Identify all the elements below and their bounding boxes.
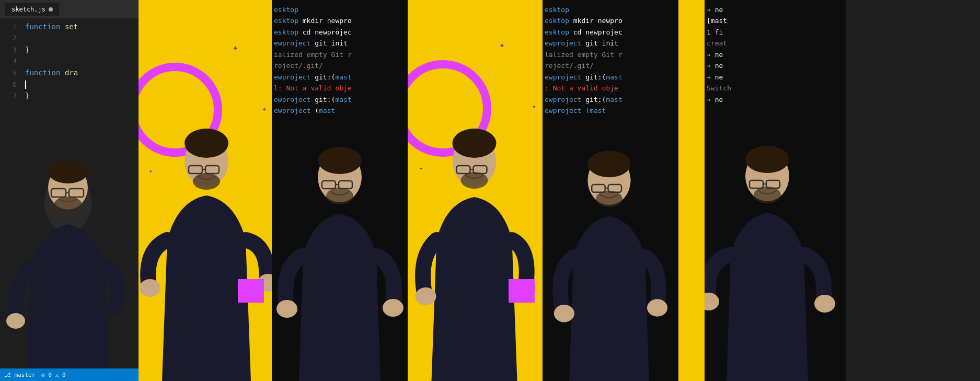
line-number: 7 — [4, 92, 17, 100]
svg-point-23 — [383, 299, 403, 317]
git-branch: ⎇ master — [4, 372, 35, 378]
term-line-t2-4: ewproject git init — [545, 38, 676, 49]
term-line-last-4: creat — [707, 38, 844, 49]
term-line-t2-8: : Not a valid obje — [545, 83, 676, 94]
term-line-last-1: → ne — [707, 4, 844, 15]
svg-point-39 — [647, 299, 667, 316]
yellow-background-3 — [678, 0, 705, 381]
line-number: 6 — [4, 80, 17, 88]
error-count: ⊘ 0 ⚠ 0 — [41, 372, 65, 378]
tab-sketch-js[interactable]: sketch.js — [5, 3, 59, 16]
term-line-last-7: → ne — [707, 72, 844, 83]
code-line-1: 1 function set — [0, 22, 139, 34]
tab-modified-dot — [49, 7, 53, 11]
svg-point-13 — [193, 173, 220, 190]
status-bar: ⎇ master ⊘ 0 ⚠ 0 — [0, 368, 139, 381]
code-text: function set — [25, 22, 78, 31]
person-figure-last — [705, 130, 846, 381]
term-line-last-6: → ne — [707, 60, 844, 71]
svg-point-22 — [276, 300, 297, 318]
svg-point-2 — [48, 161, 88, 183]
term-line-t2-2: esktop mkdir newpro — [545, 15, 676, 26]
code-text — [25, 80, 26, 89]
line-number: 3 — [4, 46, 17, 54]
svg-point-37 — [596, 191, 622, 207]
video-panel-2: ✦ ✦ ✦ — [408, 0, 543, 381]
text-cursor — [25, 80, 26, 89]
line-number: 1 — [4, 23, 17, 31]
term-line-4: ewproject git init — [274, 38, 406, 49]
function-name: set — [65, 22, 78, 31]
term-line-t2-10: ewproject (mast — [545, 105, 676, 116]
terminal-panel-last: → ne [mast 1 fi creat → ne → ne → ne Swi… — [705, 0, 846, 381]
tab-bar: sketch.js — [0, 0, 139, 18]
code-text: function dra — [25, 68, 78, 77]
svg-point-47 — [814, 295, 835, 313]
term-line-3: esktop cd newprojec — [274, 27, 406, 38]
svg-point-33 — [587, 151, 630, 177]
code-text: } — [25, 91, 29, 100]
video-panel-1: ✦ ✦ ✦ — [139, 0, 272, 381]
svg-point-45 — [754, 187, 781, 203]
svg-point-31 — [515, 279, 536, 297]
svg-point-14 — [140, 279, 160, 297]
term-line-6: roject/.git/ — [274, 60, 406, 71]
svg-point-7 — [6, 313, 25, 329]
terminal-content-last: → ne [mast 1 fi creat → ne → ne → ne Swi… — [705, 0, 846, 109]
code-line-7: 7 } — [0, 91, 139, 103]
term-line-2: esktop mkdir newpro — [274, 15, 406, 26]
code-editor-panel: sketch.js 1 function set 2 3 } 4 — [0, 0, 139, 381]
term-line-8: l: Not a valid obje — [274, 83, 406, 94]
svg-point-21 — [326, 188, 353, 204]
code-line-3: 3 } — [0, 45, 139, 57]
term-line-9: ewproject git:(mast — [274, 94, 406, 105]
main-layout: sketch.js 1 function set 2 3 } 4 — [0, 0, 980, 381]
keyword-function: function — [25, 68, 60, 77]
tab-label: sketch.js — [11, 6, 45, 13]
person-figure-code — [0, 161, 139, 381]
svg-point-9 — [185, 129, 228, 158]
svg-point-46 — [705, 293, 719, 310]
svg-point-6 — [53, 197, 83, 215]
person-figure-2 — [408, 109, 543, 381]
term-line-t2-7: ewproject git:(mast — [545, 72, 676, 83]
term-line-5: ialized empty Git r — [274, 49, 406, 60]
term-line-t2-6: roject/.git/ — [545, 60, 676, 71]
terminal-panel-2: esktop esktop mkdir newpro esktop cd new… — [543, 0, 678, 381]
term-line-last-2: [mast — [707, 15, 844, 26]
code-line-2: 2 — [0, 34, 139, 45]
person-figure-terminal-2 — [543, 135, 678, 381]
line-number: 5 — [4, 69, 17, 77]
term-line-t2-3: esktop cd newprojec — [545, 27, 676, 38]
svg-point-17 — [318, 147, 362, 174]
terminal-content-1: esktop esktop mkdir newpro esktop cd new… — [272, 0, 408, 120]
keyword-function: function — [25, 22, 60, 31]
code-line-6: 6 — [0, 80, 139, 91]
term-line-t2-5: lalized empty Git r — [545, 49, 676, 60]
term-line-last-5: → ne — [707, 49, 844, 60]
term-line-7: ewproject git:(mast — [274, 72, 406, 83]
svg-point-38 — [554, 305, 574, 322]
term-line-last-9: → ne — [707, 94, 844, 105]
term-line-t2-1: esktop — [545, 4, 676, 15]
terminal-content-2: esktop esktop mkdir newpro esktop cd new… — [543, 0, 678, 120]
svg-point-29 — [461, 172, 488, 189]
line-number: 4 — [4, 57, 17, 65]
svg-point-25 — [453, 129, 497, 158]
code-text: } — [25, 45, 29, 54]
line-number: 2 — [4, 34, 17, 42]
term-line-last-8: Switch — [707, 83, 844, 94]
person-figure-terminal-1 — [272, 130, 408, 381]
term-line-10: ewproject (mast — [274, 105, 406, 116]
term-line-t2-9: ewproject git:(mast — [545, 94, 676, 105]
svg-point-41 — [745, 146, 789, 173]
code-line-4: 4 — [0, 57, 139, 68]
term-line-last-3: 1 fi — [707, 27, 844, 38]
term-line-1: esktop — [274, 4, 406, 15]
code-line-5: 5 function dra — [0, 68, 139, 80]
person-figure-1 — [139, 109, 272, 381]
video-panel-3 — [678, 0, 705, 381]
svg-point-30 — [416, 287, 436, 305]
terminal-panel-1: esktop esktop mkdir newpro esktop cd new… — [272, 0, 408, 381]
function-name: dra — [65, 68, 78, 77]
